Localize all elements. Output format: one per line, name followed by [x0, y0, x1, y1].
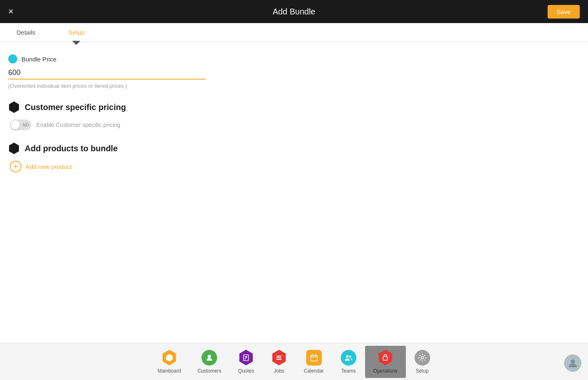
- add-products-heading: Add products to bundle: [8, 143, 580, 154]
- svg-point-13: [346, 355, 349, 358]
- nav-item-operations[interactable]: Operations: [365, 346, 406, 378]
- jobs-icon: [271, 350, 287, 366]
- svg-rect-15: [383, 357, 387, 360]
- nav-item-jobs[interactable]: Jobs: [262, 346, 295, 378]
- toggle-description: Enable Customer specific pricing: [36, 122, 120, 128]
- svg-point-1: [208, 355, 211, 358]
- bundle-price-label: Bundle Price: [21, 56, 56, 63]
- nav-item-customers[interactable]: Customers: [189, 346, 230, 378]
- nav-label-calendar: Calendar: [304, 368, 324, 374]
- toggle-no-label: NO: [23, 123, 29, 127]
- tab-details[interactable]: Details: [0, 23, 52, 42]
- user-avatar[interactable]: [564, 354, 581, 372]
- hexagon-icon-2: [8, 143, 20, 154]
- nav-item-quotes[interactable]: Quotes: [230, 346, 262, 378]
- nav-label-jobs: Jobs: [274, 368, 284, 374]
- customer-pricing-toggle[interactable]: NO: [10, 120, 31, 130]
- add-product-icon: +: [10, 161, 21, 172]
- nav-label-operations: Operations: [373, 368, 398, 374]
- svg-rect-9: [311, 355, 317, 361]
- customer-pricing-title: Customer specific pricing: [25, 103, 126, 112]
- add-product-row[interactable]: + Add new product: [10, 161, 580, 172]
- save-button[interactable]: Save: [548, 5, 580, 19]
- customers-icon: [201, 350, 217, 366]
- mainboard-icon: [162, 350, 177, 366]
- tab-bar: Details Setup: [0, 23, 588, 42]
- add-product-label: Add new product: [26, 163, 72, 170]
- page-title: Add Bundle: [273, 7, 315, 16]
- nav-label-customers: Customers: [197, 368, 221, 374]
- toggle-slider: NO: [10, 120, 31, 130]
- svg-point-16: [421, 357, 424, 359]
- tab-setup[interactable]: Setup: [52, 23, 101, 42]
- svg-marker-0: [166, 354, 173, 361]
- calendar-icon: [306, 350, 322, 366]
- customer-pricing-heading: Customer specific pricing: [8, 101, 580, 113]
- nav-label-setup: Setup: [416, 368, 429, 374]
- nav-item-teams[interactable]: Teams: [332, 346, 365, 378]
- nav-item-mainboard[interactable]: Mainboard: [149, 346, 189, 378]
- main-content: Bundle Price (Overwrites individual item…: [0, 42, 588, 343]
- bundle-price-toggle-circle[interactable]: [8, 54, 17, 63]
- nav-item-calendar[interactable]: Calendar: [295, 346, 332, 378]
- nav-item-setup[interactable]: Setup: [406, 346, 439, 378]
- setup-icon: [415, 350, 430, 366]
- close-button[interactable]: ×: [8, 7, 14, 16]
- add-products-title: Add products to bundle: [25, 144, 118, 153]
- svg-point-17: [571, 359, 575, 364]
- nav-label-teams: Teams: [341, 368, 356, 374]
- tab-active-indicator: [72, 41, 80, 45]
- operations-icon: [377, 350, 393, 366]
- price-hint: (Overwrites individual item prices or ti…: [8, 83, 580, 89]
- bundle-price-header: Bundle Price: [8, 54, 580, 63]
- price-input-wrapper: [8, 68, 580, 80]
- nav-label-mainboard: Mainboard: [157, 368, 181, 374]
- hexagon-icon: [8, 101, 20, 113]
- bottom-navigation: Mainboard Customers Quotes Jobs Calendar…: [0, 343, 588, 380]
- customer-pricing-toggle-row: NO Enable Customer specific pricing: [10, 120, 580, 130]
- teams-icon: [341, 350, 356, 366]
- svg-point-14: [349, 355, 351, 357]
- bundle-price-input[interactable]: [8, 68, 206, 80]
- nav-label-quotes: Quotes: [238, 368, 254, 374]
- app-header: × Add Bundle Save: [0, 0, 588, 23]
- quotes-icon: [238, 350, 254, 366]
